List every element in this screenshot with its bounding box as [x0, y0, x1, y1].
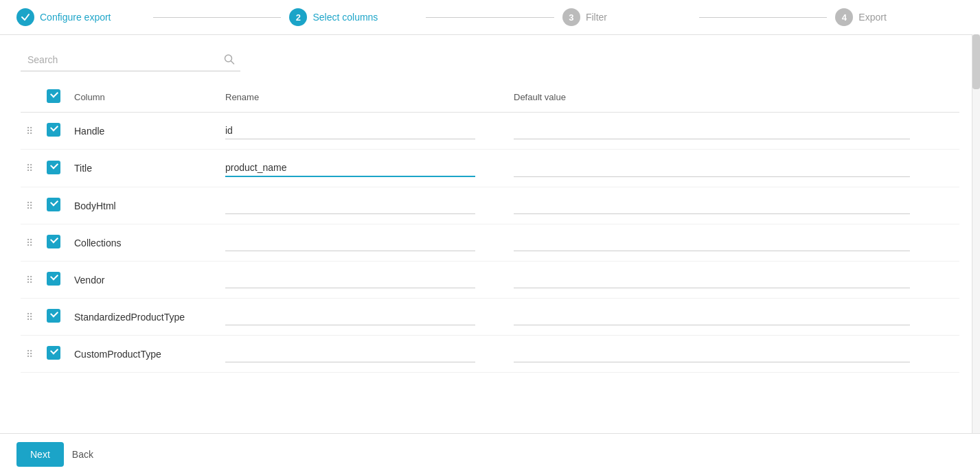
th-column: Column	[69, 82, 220, 113]
rename-cell	[220, 187, 508, 224]
drag-cell: ⠿	[21, 336, 41, 373]
drag-cell: ⠿	[21, 113, 41, 150]
table-row: ⠿ Title	[21, 150, 959, 187]
rename-input-4[interactable]	[225, 271, 475, 288]
drag-handle[interactable]: ⠿	[26, 349, 32, 360]
row-checkbox-5[interactable]	[47, 309, 60, 323]
connector-3	[699, 17, 828, 18]
default-input-3[interactable]	[514, 234, 910, 251]
rename-input-0[interactable]	[225, 122, 475, 139]
column-name-cell: Handle	[69, 113, 220, 150]
table-row: ⠿ BodyHtml	[21, 187, 959, 224]
rename-input-6[interactable]	[225, 345, 475, 362]
step-2: 2 Select columns	[289, 8, 418, 26]
table-row: ⠿ StandardizedProductType	[21, 299, 959, 336]
column-name-cell: Title	[69, 150, 220, 187]
default-value-cell	[508, 224, 959, 262]
step-1-circle	[16, 8, 34, 26]
rename-input-1[interactable]	[225, 159, 475, 177]
column-name-cell: BodyHtml	[69, 187, 220, 224]
rename-cell	[220, 262, 508, 299]
step-2-circle: 2	[289, 8, 307, 26]
rename-input-3[interactable]	[225, 234, 475, 251]
column-name-cell: Collections	[69, 224, 220, 262]
row-checkbox-6[interactable]	[47, 346, 60, 360]
default-input-4[interactable]	[514, 271, 910, 288]
search-icon	[224, 54, 235, 67]
drag-cell: ⠿	[21, 262, 41, 299]
default-value-cell	[508, 150, 959, 187]
column-name-cell: CustomProductType	[69, 336, 220, 373]
default-value-cell	[508, 187, 959, 224]
rename-input-2[interactable]	[225, 197, 475, 214]
drag-cell: ⠿	[21, 299, 41, 336]
table-body: ⠿ Handle ⠿ Title	[21, 113, 959, 373]
check-cell	[41, 336, 69, 373]
check-cell	[41, 299, 69, 336]
column-name-cell: StandardizedProductType	[69, 299, 220, 336]
row-checkbox-2[interactable]	[47, 198, 60, 211]
search-input[interactable]	[21, 49, 240, 71]
th-check	[41, 82, 69, 113]
row-checkbox-4[interactable]	[47, 272, 60, 286]
default-value-cell	[508, 113, 959, 150]
row-checkbox-1[interactable]	[47, 161, 60, 174]
check-cell	[41, 113, 69, 150]
th-default-value: Default value	[508, 82, 959, 113]
footer: Next Back	[0, 433, 980, 437]
drag-cell: ⠿	[21, 224, 41, 262]
default-input-0[interactable]	[514, 122, 910, 139]
check-cell	[41, 187, 69, 224]
check-cell	[41, 150, 69, 187]
column-name-cell: Vendor	[69, 262, 220, 299]
rename-cell	[220, 299, 508, 336]
drag-handle[interactable]: ⠿	[26, 126, 32, 137]
table-row: ⠿ Vendor	[21, 262, 959, 299]
rename-cell	[220, 224, 508, 262]
check-cell	[41, 224, 69, 262]
th-rename: Rename	[220, 82, 508, 113]
drag-handle[interactable]: ⠿	[26, 163, 32, 174]
drag-handle[interactable]: ⠿	[26, 238, 32, 248]
step-3-circle: 3	[562, 8, 580, 26]
th-drag	[21, 82, 41, 113]
default-value-cell	[508, 336, 959, 373]
main-content: Column Rename Default value ⠿ Handle ⠿	[0, 35, 980, 437]
connector-2	[426, 17, 554, 18]
rename-cell	[220, 336, 508, 373]
rename-input-5[interactable]	[225, 308, 475, 325]
step-3-label: Filter	[586, 12, 607, 23]
scroll-thumb[interactable]	[972, 34, 980, 89]
drag-handle[interactable]: ⠿	[26, 200, 32, 211]
rename-cell	[220, 150, 508, 187]
columns-table: Column Rename Default value ⠿ Handle ⠿	[21, 82, 959, 373]
table-header-row: Column Rename Default value	[21, 82, 959, 113]
default-value-cell	[508, 262, 959, 299]
table-row: ⠿ Collections	[21, 224, 959, 262]
row-checkbox-0[interactable]	[47, 123, 60, 137]
step-3: 3 Filter	[562, 8, 691, 26]
scrollbar[interactable]	[972, 34, 980, 437]
search-container	[21, 49, 240, 71]
default-input-1[interactable]	[514, 160, 910, 177]
stepper: Configure export 2 Select columns 3 Filt…	[0, 0, 980, 35]
check-cell	[41, 262, 69, 299]
table-row: ⠿ CustomProductType	[21, 336, 959, 373]
connector-1	[153, 17, 282, 18]
step-4-circle: 4	[835, 8, 853, 26]
default-input-6[interactable]	[514, 345, 910, 362]
svg-line-1	[231, 61, 234, 64]
drag-cell: ⠿	[21, 150, 41, 187]
rename-cell	[220, 113, 508, 150]
step-4-label: Export	[858, 12, 886, 23]
drag-handle[interactable]: ⠿	[26, 312, 32, 323]
default-value-cell	[508, 299, 959, 336]
default-input-2[interactable]	[514, 197, 910, 214]
step-2-label: Select columns	[312, 12, 378, 23]
drag-handle[interactable]: ⠿	[26, 275, 32, 286]
select-all-checkbox[interactable]	[47, 89, 60, 103]
default-input-5[interactable]	[514, 308, 910, 325]
step-4: 4 Export	[835, 8, 964, 26]
row-checkbox-3[interactable]	[47, 235, 60, 248]
table-row: ⠿ Handle	[21, 113, 959, 150]
